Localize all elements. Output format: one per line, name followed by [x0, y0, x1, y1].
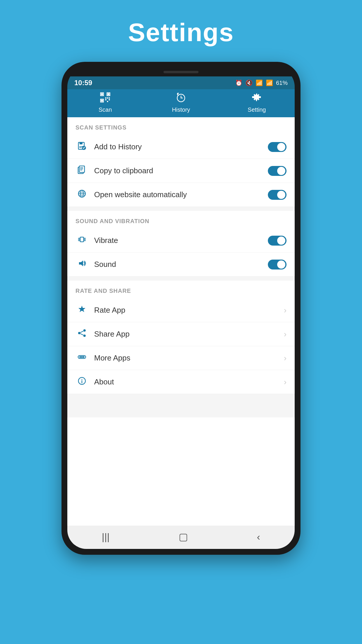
signal-icon: 📶	[266, 79, 273, 86]
nav-item-setting[interactable]: Setting	[219, 92, 295, 113]
setting-row-sound[interactable]: Sound	[67, 253, 295, 276]
share-app-chevron: ›	[284, 330, 287, 339]
share-icon	[75, 329, 88, 340]
history-icon	[176, 92, 186, 105]
svg-marker-37	[78, 306, 85, 312]
svg-rect-15	[80, 142, 82, 144]
sound-label: Sound	[94, 260, 268, 269]
svg-rect-3	[108, 93, 109, 95]
status-bar: 10:59 ⏰ 🔇 📶 📶 61%	[67, 76, 295, 89]
rate-app-chevron: ›	[284, 306, 287, 315]
vibrate-label: Vibrate	[94, 236, 268, 245]
section-header-scan: SCAN SETTINGS	[67, 117, 295, 135]
about-label: About	[94, 377, 284, 386]
svg-rect-1	[101, 93, 103, 95]
copy-clipboard-label: Copy to clipboard	[94, 166, 268, 175]
setting-row-vibrate[interactable]: Vibrate	[67, 229, 295, 253]
setting-row-more-apps[interactable]: More Apps ›	[67, 346, 295, 370]
add-to-history-label: Add to History	[94, 142, 268, 151]
more-apps-label: More Apps	[94, 354, 284, 363]
more-apps-chevron: ›	[284, 354, 287, 363]
svg-point-45	[81, 356, 83, 358]
phone-top-area	[67, 68, 295, 76]
page-title: Settings	[128, 18, 234, 47]
scan-icon	[100, 92, 110, 105]
svg-rect-8	[109, 97, 110, 99]
rate-app-label: Rate App	[94, 306, 284, 315]
section-header-rate: RATE AND SHARE	[67, 281, 295, 298]
svg-rect-22	[80, 169, 83, 169]
svg-point-48	[82, 379, 82, 380]
svg-line-42	[80, 334, 83, 335]
star-icon	[75, 305, 88, 316]
settings-content: SCAN SETTINGS Add to History	[67, 117, 295, 526]
info-icon	[75, 377, 88, 387]
battery-indicator: 61%	[276, 80, 288, 86]
clipboard-icon	[75, 165, 88, 176]
svg-rect-21	[80, 167, 83, 168]
recents-button[interactable]: ‹	[257, 531, 260, 542]
vibrate-icon	[75, 235, 88, 246]
svg-rect-16	[79, 146, 83, 147]
wifi-icon: 📶	[256, 79, 263, 86]
section-header-sound: SOUND AND VIBRATION	[67, 211, 295, 229]
setting-row-rate-app[interactable]: Rate App ›	[67, 298, 295, 322]
svg-rect-17	[79, 147, 82, 148]
setting-row-about[interactable]: About ›	[67, 370, 295, 394]
phone-speaker	[164, 71, 198, 73]
setting-row-share-app[interactable]: Share App ›	[67, 322, 295, 346]
add-to-history-toggle[interactable]	[268, 142, 287, 152]
nav-bar: Scan History	[67, 89, 295, 117]
copy-clipboard-toggle[interactable]	[268, 166, 287, 176]
svg-point-40	[83, 335, 86, 337]
svg-point-38	[83, 329, 86, 332]
setting-icon	[252, 92, 262, 105]
nav-scan-label: Scan	[99, 106, 112, 113]
history-save-icon	[75, 141, 88, 152]
nav-setting-label: Setting	[248, 106, 266, 113]
svg-rect-6	[105, 97, 106, 99]
svg-marker-36	[79, 260, 83, 266]
phone-mockup: 10:59 ⏰ 🔇 📶 📶 61%	[61, 62, 301, 555]
svg-rect-5	[101, 100, 103, 102]
svg-rect-10	[107, 101, 108, 102]
svg-rect-23	[80, 170, 82, 170]
nav-item-scan[interactable]: Scan	[67, 92, 143, 113]
bottom-spacer	[67, 394, 295, 417]
vibrate-toggle[interactable]	[268, 236, 287, 246]
globe-icon	[75, 189, 88, 200]
bottom-nav-bar: ||| ▢ ‹	[67, 526, 295, 549]
svg-rect-11	[109, 99, 110, 100]
status-time: 10:59	[74, 79, 92, 87]
svg-rect-7	[107, 97, 108, 99]
status-right: ⏰ 🔇 📶 📶 61%	[235, 79, 288, 86]
share-app-label: Share App	[94, 330, 284, 339]
alarm-icon: ⏰	[235, 79, 242, 86]
setting-row-copy-clipboard[interactable]: Copy to clipboard	[67, 159, 295, 183]
phone-screen: 10:59 ⏰ 🔇 📶 📶 61%	[67, 68, 295, 549]
about-chevron: ›	[284, 377, 287, 387]
back-button[interactable]: |||	[102, 531, 110, 542]
section-divider-2	[67, 276, 295, 281]
nav-history-label: History	[172, 106, 190, 113]
sound-icon	[75, 259, 88, 270]
open-website-label: Open website automatically	[94, 190, 268, 199]
section-divider-1	[67, 207, 295, 211]
home-button[interactable]: ▢	[179, 531, 188, 542]
sound-toggle[interactable]	[268, 260, 287, 270]
mute-icon: 🔇	[245, 79, 253, 86]
svg-point-44	[79, 356, 81, 358]
svg-point-46	[83, 356, 85, 358]
setting-row-open-website[interactable]: Open website automatically	[67, 183, 295, 207]
svg-line-41	[80, 331, 83, 332]
svg-rect-9	[105, 99, 106, 100]
more-apps-icon	[75, 353, 88, 363]
setting-row-add-to-history[interactable]: Add to History	[67, 135, 295, 159]
open-website-toggle[interactable]	[268, 190, 287, 200]
nav-item-history[interactable]: History	[143, 92, 219, 113]
svg-rect-29	[80, 237, 84, 242]
svg-point-39	[78, 332, 80, 334]
